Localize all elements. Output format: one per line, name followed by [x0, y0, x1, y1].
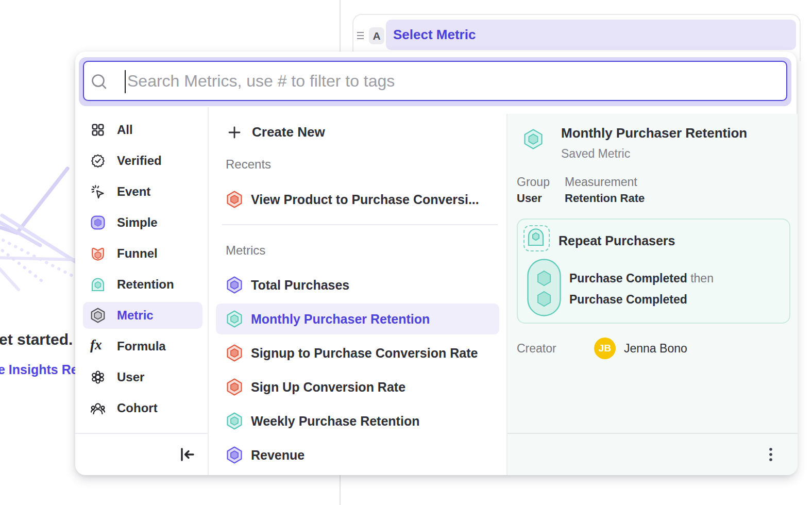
- svg-text:fx: fx: [90, 338, 102, 352]
